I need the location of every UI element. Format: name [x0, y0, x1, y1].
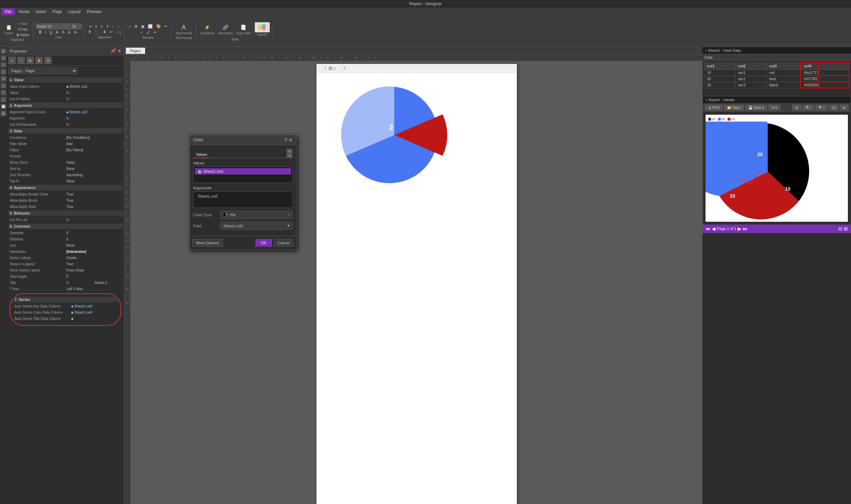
- text-format-button[interactable]: A Text Format: [174, 23, 193, 36]
- prop-settings-button[interactable]: ⚙: [44, 57, 52, 64]
- more-options-button[interactable]: More Options: [192, 239, 223, 247]
- legend-dot-3: [728, 118, 730, 121]
- prop-event-button[interactable]: ⚡: [35, 57, 43, 64]
- font-size-input[interactable]: [71, 23, 82, 29]
- ok-button[interactable]: OK: [255, 239, 272, 247]
- border-width-button[interactable]: ━: [152, 29, 158, 35]
- open-button[interactable]: 📁 Open: [724, 105, 744, 111]
- left-tool-10[interactable]: ▦: [1, 111, 6, 116]
- viewer-zoom-in-button[interactable]: 🔍+: [815, 105, 828, 111]
- dialog-spin-up[interactable]: ▲: [286, 149, 293, 153]
- properties-close-button[interactable]: ✕: [117, 48, 121, 54]
- indent-button[interactable]: →|: [115, 29, 122, 35]
- strikethrough-button[interactable]: S: [55, 29, 60, 35]
- conditions-button[interactable]: ⚡ Conditions: [199, 23, 216, 36]
- style-designer-button[interactable]: Style29: [253, 21, 271, 37]
- viewer-layout-button[interactable]: ⊟: [829, 105, 838, 111]
- align-right-button[interactable]: ≡: [99, 23, 104, 29]
- left-tool-7[interactable]: ✎: [1, 90, 6, 95]
- cancel-button[interactable]: Cancel: [274, 239, 293, 247]
- align-middle-button[interactable]: ⬛: [93, 29, 101, 35]
- border-bottom-button[interactable]: ⬜: [146, 23, 154, 29]
- prop-row: Value Data Column ■ Sheet1.col1: [8, 83, 123, 89]
- dialog-spin-down[interactable]: ▼: [286, 153, 293, 158]
- align-center-button[interactable]: ≡: [94, 23, 98, 29]
- page-select[interactable]: Page1 - Page: [8, 67, 77, 74]
- border-color-button[interactable]: 🖊: [145, 29, 152, 35]
- view-data-panel: ℹ Sheet1 - View Data Data col1 col2 col3…: [702, 47, 851, 90]
- left-tool-4[interactable]: T: [1, 69, 6, 75]
- border-outer-button[interactable]: ▣: [140, 23, 146, 29]
- left-tool-8[interactable]: ◇: [1, 97, 6, 102]
- viewer-options-button[interactable]: ⊞: [840, 105, 849, 111]
- border-none-button[interactable]: □: [127, 23, 132, 29]
- left-tool-5[interactable]: ⊞: [1, 76, 6, 82]
- align-top-button[interactable]: ⬆: [87, 29, 93, 35]
- table-cell-col1: 10: [704, 69, 735, 76]
- nav-last-button[interactable]: ⏭: [743, 226, 748, 231]
- design-area: 1 2 3 4 5 6 7 8 9 10 11 12 13 14 15 16 1…: [124, 61, 702, 504]
- left-tool-9[interactable]: ⬜: [1, 104, 6, 109]
- viewer-zoom-out-button[interactable]: 🔍-: [803, 105, 814, 111]
- left-icon-strip: ▶ ⊕ ≡ T ⊞ ◎ ✎ ◇ ⬜ ▦: [0, 47, 7, 504]
- table-row: 30ser3black#000000: [704, 82, 850, 88]
- prop-list-button[interactable]: ≡: [8, 57, 16, 64]
- copy-button[interactable]: ⎘ Copy: [15, 27, 31, 32]
- tab-page1[interactable]: Page1: [126, 48, 145, 54]
- chart-type-selector[interactable]: Pie ›: [220, 211, 293, 219]
- font-highlight-button[interactable]: A: [66, 29, 72, 35]
- interaction-button[interactable]: 🔗 Interaction: [217, 23, 234, 36]
- save-button[interactable]: 💾 Save ▾: [745, 105, 767, 111]
- left-tool-3[interactable]: ≡: [1, 62, 6, 68]
- nav-first-button[interactable]: ⏮: [706, 226, 710, 231]
- font-name-input[interactable]: [36, 23, 70, 29]
- italic-button[interactable]: I: [44, 29, 48, 35]
- menu-home[interactable]: Home: [16, 8, 32, 15]
- prop-section-value: 1. Value Value Data Column ■ Sheet1.col1…: [8, 77, 123, 102]
- align-left-button[interactable]: ≡: [88, 23, 93, 29]
- align-justify-button[interactable]: ≡: [105, 23, 110, 29]
- border-style-button[interactable]: ─: [139, 29, 144, 35]
- font-size-increase-button[interactable]: A↑: [73, 29, 80, 35]
- border-all-button[interactable]: ⊞: [133, 23, 139, 29]
- sort-asc-button[interactable]: ↑: [111, 23, 115, 29]
- left-tool-6[interactable]: ◎: [1, 83, 6, 88]
- table-cell-col1: 20: [704, 76, 735, 82]
- dialog-tab-values[interactable]: Values: [193, 151, 210, 158]
- viewer-multi-page-button[interactable]: ⊞: [844, 226, 848, 231]
- prop-grid-button[interactable]: ⊞: [26, 57, 34, 64]
- dialog-close-button[interactable]: ✕: [289, 137, 293, 143]
- left-tool-1[interactable]: ▶: [1, 48, 6, 54]
- cut-button[interactable]: ✂ Cut: [15, 21, 31, 26]
- menu-preview[interactable]: Preview: [84, 8, 104, 15]
- view-data-toolbar: Data: [702, 54, 851, 61]
- paste-button[interactable]: 📋 Paste: [3, 23, 14, 36]
- viewer-single-page-button[interactable]: ⊟: [838, 226, 842, 231]
- bold-button[interactable]: B: [38, 29, 43, 35]
- font-color-button[interactable]: A: [60, 29, 66, 35]
- dialog-help-button[interactable]: ?: [284, 137, 287, 143]
- prop-sort-button[interactable]: ↕: [17, 57, 25, 64]
- wrap-button[interactable]: ↩: [108, 29, 114, 35]
- copy-style-button[interactable]: 📑 Copy Style: [235, 23, 253, 36]
- nav-prev-button[interactable]: ◀: [712, 226, 716, 231]
- menu-layout[interactable]: Layout: [65, 8, 83, 15]
- prop-row: Start Angle 0: [8, 273, 123, 279]
- email-button[interactable]: ✉ ▾: [768, 105, 780, 111]
- delete-button[interactable]: 🗑 Delete: [15, 32, 31, 37]
- values-item[interactable]: ⬤ Sheet1.col1: [195, 168, 291, 174]
- viewer-zoom-fit-button[interactable]: ⊞: [792, 105, 801, 111]
- sort-desc-button[interactable]: ↓: [116, 23, 121, 29]
- left-tool-2[interactable]: ⊕: [1, 55, 6, 61]
- print-button[interactable]: 🖨 Print: [705, 105, 722, 111]
- nav-next-button[interactable]: ▶: [738, 226, 741, 231]
- border-pen-button[interactable]: ✏: [163, 23, 169, 29]
- underline-button[interactable]: U: [48, 29, 54, 35]
- menu-page[interactable]: Page: [49, 8, 65, 15]
- menu-insert[interactable]: Insert: [33, 8, 49, 15]
- align-bottom-button[interactable]: ⬇: [102, 29, 107, 35]
- field-selector[interactable]: Sheet1.col1 ▾: [220, 222, 293, 230]
- properties-pin-button[interactable]: 📌: [110, 48, 116, 54]
- menu-file[interactable]: File: [1, 8, 15, 15]
- color-fill-button[interactable]: 🎨: [155, 23, 162, 29]
